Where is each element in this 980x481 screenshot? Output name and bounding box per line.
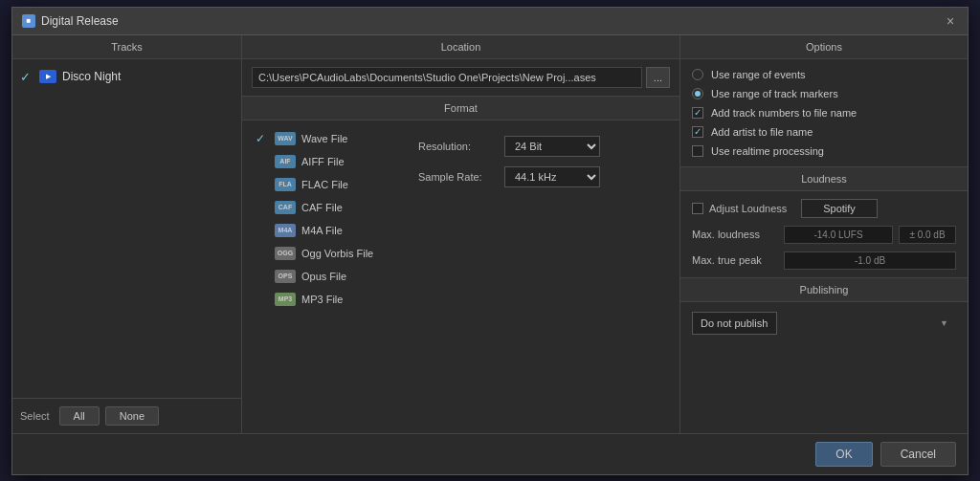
format-type-icon: FLA (275, 178, 296, 191)
tracks-footer: Select All None (12, 398, 241, 433)
title-bar: ■ Digital Release × (12, 8, 968, 35)
format-item[interactable]: M4A M4A File (250, 220, 403, 241)
option-label-realtime: Use realtime processing (711, 145, 824, 157)
format-item-label: AIFF File (301, 156, 345, 167)
format-item[interactable]: CAF CAF File (250, 197, 403, 218)
resolution-select[interactable]: 16 Bit 24 Bit 32 Bit (504, 136, 600, 157)
format-item-label: Ogg Vorbis File (301, 248, 373, 259)
option-row-tracknums[interactable]: ✓ Add track numbers to file name (692, 107, 956, 119)
option-label-markers: Use range of track markers (711, 88, 838, 99)
format-item[interactable]: OGG Ogg Vorbis File (250, 243, 403, 264)
checkbox-artist[interactable]: ✓ (692, 126, 703, 138)
dialog-title: Digital Release (41, 14, 119, 28)
format-type-icon: AIF (275, 155, 296, 168)
format-item-label: Wave File (301, 133, 348, 144)
format-type-icon: MP3 (275, 293, 296, 306)
title-bar-left: ■ Digital Release (22, 14, 119, 28)
option-row-events[interactable]: Use range of events (692, 69, 956, 80)
format-type-icon: CAF (275, 201, 296, 214)
publish-select-wrapper: Do not publish SoundCloud YouTube (692, 312, 956, 335)
options-content: Use range of events Use range of track m… (680, 59, 968, 166)
digital-release-dialog: ■ Digital Release × Tracks ✓ ▶ Disco Nig… (11, 7, 969, 475)
adjust-loudness-row[interactable]: Adjust Loudness (692, 199, 956, 218)
max-true-peak-row: Max. true peak (692, 251, 956, 270)
format-type-icon: WAV (275, 132, 296, 145)
resolution-row: Resolution: 16 Bit 24 Bit 32 Bit (418, 136, 664, 157)
ok-button[interactable]: OK (815, 442, 872, 467)
location-input[interactable] (252, 67, 642, 88)
format-item-label: CAF File (301, 202, 343, 213)
resolution-label: Resolution: (418, 141, 495, 152)
location-row: ... (242, 59, 679, 96)
format-item[interactable]: FLA FLAC File (250, 174, 403, 195)
format-item[interactable]: AIF AIFF File (250, 151, 403, 172)
dialog-content: Tracks ✓ ▶ Disco Night Select All None L… (12, 35, 968, 433)
max-loudness-value[interactable] (784, 226, 893, 244)
adjust-loudness-label: Adjust Loudness (709, 203, 795, 214)
location-header: Location (242, 35, 679, 59)
format-list: ✓ WAV Wave File AIF AIFF File FLA FLAC F… (250, 128, 403, 426)
publishing-header: Publishing (680, 278, 968, 302)
max-true-peak-label: Max. true peak (692, 254, 778, 266)
all-button[interactable]: All (59, 406, 100, 426)
select-label: Select (20, 410, 50, 422)
format-type-icon: OPS (275, 270, 296, 283)
location-section: Location ... (242, 35, 679, 97)
option-label-artist: Add artist to file name (711, 126, 813, 138)
radio-events[interactable] (692, 69, 703, 80)
close-button[interactable]: × (943, 13, 958, 29)
checkbox-adjust-loudness[interactable] (692, 203, 703, 214)
option-label-tracknums: Add track numbers to file name (711, 107, 857, 119)
checkbox-realtime[interactable] (692, 145, 703, 157)
publishing-section: Publishing Do not publish SoundCloud You… (680, 277, 968, 344)
option-label-events: Use range of events (711, 69, 805, 80)
dialog-icon: ■ (22, 14, 35, 28)
middle-panel: Location ... Format ✓ WAV Wave File AIF … (242, 35, 680, 433)
publishing-content: Do not publish SoundCloud YouTube (680, 302, 968, 344)
tracks-header: Tracks (12, 35, 241, 59)
radio-markers[interactable] (692, 88, 703, 99)
sample-rate-select[interactable]: 44.1 kHz 48 kHz 88.2 kHz 96 kHz (504, 166, 600, 187)
format-item[interactable]: MP3 MP3 File (250, 289, 403, 310)
max-loudness-row: Max. loudness (692, 226, 956, 244)
options-header: Options (680, 35, 968, 59)
sample-rate-label: Sample Rate: (418, 171, 495, 183)
format-check-icon: ✓ (256, 132, 269, 145)
format-content: ✓ WAV Wave File AIF AIFF File FLA FLAC F… (242, 120, 679, 433)
format-item-label: M4A File (301, 225, 343, 236)
format-item-label: Opus File (301, 271, 346, 282)
track-type-icon: ▶ (39, 70, 56, 83)
browse-button[interactable]: ... (646, 67, 670, 88)
max-loudness-offset[interactable] (899, 226, 956, 244)
format-header: Format (242, 97, 679, 120)
publish-select[interactable]: Do not publish SoundCloud YouTube (692, 312, 777, 335)
tracks-panel: Tracks ✓ ▶ Disco Night Select All None (12, 35, 242, 433)
loudness-content: Adjust Loudness Max. loudness Max. true … (680, 191, 968, 277)
loudness-preset-input[interactable] (801, 199, 878, 218)
format-type-icon: M4A (275, 224, 296, 237)
track-item[interactable]: ✓ ▶ Disco Night (12, 65, 241, 89)
format-type-icon: OGG (275, 247, 296, 260)
format-item-label: MP3 File (301, 294, 343, 305)
dialog-footer: OK Cancel (12, 433, 968, 474)
loudness-header: Loudness (680, 166, 968, 191)
none-button[interactable]: None (105, 406, 159, 426)
format-section: Format ✓ WAV Wave File AIF AIFF File FLA… (242, 97, 679, 433)
option-row-markers[interactable]: Use range of track markers (692, 88, 956, 99)
format-settings: Resolution: 16 Bit 24 Bit 32 Bit Sample … (411, 128, 672, 426)
options-panel: Options Use range of events Use range of… (680, 35, 968, 433)
sample-rate-row: Sample Rate: 44.1 kHz 48 kHz 88.2 kHz 96… (418, 166, 664, 187)
checkbox-tracknums[interactable]: ✓ (692, 107, 703, 119)
track-check-icon: ✓ (20, 70, 33, 84)
format-item[interactable]: OPS Opus File (250, 266, 403, 287)
track-name: Disco Night (62, 70, 121, 83)
tracks-list: ✓ ▶ Disco Night (12, 59, 241, 398)
option-row-artist[interactable]: ✓ Add artist to file name (692, 126, 956, 138)
option-row-realtime[interactable]: Use realtime processing (692, 145, 956, 157)
max-true-peak-value[interactable] (784, 251, 956, 270)
format-item-label: FLAC File (301, 179, 348, 190)
max-loudness-label: Max. loudness (692, 229, 778, 240)
cancel-button[interactable]: Cancel (880, 442, 956, 467)
format-item[interactable]: ✓ WAV Wave File (250, 128, 403, 149)
